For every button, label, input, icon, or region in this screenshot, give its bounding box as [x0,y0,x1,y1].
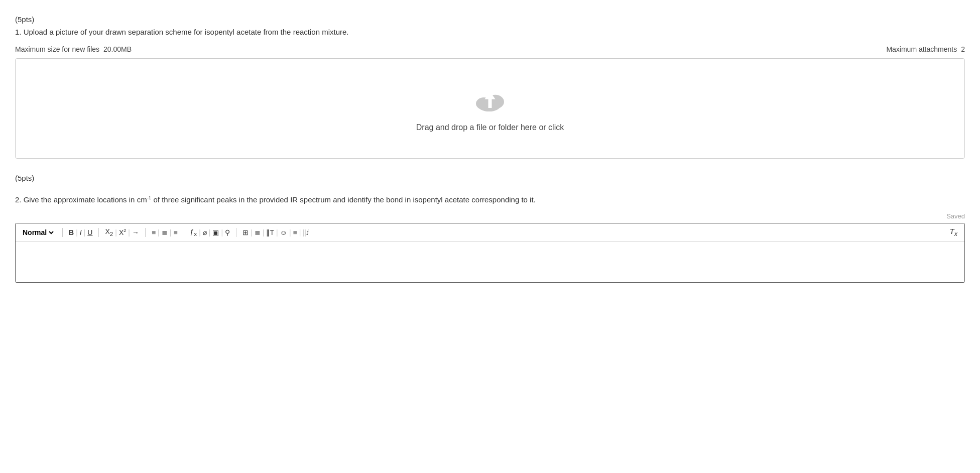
table-group: ⊞ | ≣ | ‖T | ☺ | ≡ | ‖ⅈ [240,228,311,237]
indent-button[interactable]: ≣ [253,228,263,237]
list-group: ≡ | ≣ | ≡ [150,228,180,237]
style-select[interactable]: Normal [21,228,55,237]
align-button[interactable]: ≡ [171,228,179,237]
max-attach-value: 2 [961,45,965,53]
subscript-button[interactable]: X2 [103,227,115,238]
question2-text: 2. Give the approximate locations in cm-… [15,194,965,206]
question2-points: (5pts) [15,174,965,182]
strikethrough-button[interactable]: ≡ [291,228,299,237]
more-button[interactable]: ‖ⅈ [301,228,311,237]
question1-text: 1. Upload a picture of your drawn separa… [15,27,965,38]
columns-button[interactable]: ‖T [264,228,276,237]
file-dropzone[interactable]: Drag and drop a file or folder here or c… [15,58,965,159]
superscript-button[interactable]: X2 [117,227,128,237]
cloud-upload-icon [472,85,508,114]
editor-body[interactable] [16,242,964,282]
ordered-list-button[interactable]: ≡ [150,228,158,237]
divider-1 [62,228,63,237]
text-format-group: B | I | U [67,228,94,237]
question2-superscript: -1 [147,195,152,200]
dropzone-text: Drag and drop a file or folder here or c… [416,123,564,132]
italic-button[interactable]: I [78,228,84,237]
divider-3 [145,228,146,237]
insert-group: ƒx | ⌀ | ▣ | ⚲ [188,227,232,238]
arrow-button[interactable]: → [130,228,141,237]
max-attach-label: Maximum attachments [886,45,957,53]
attach-button[interactable]: ⚲ [223,228,232,237]
saved-label: Saved [15,212,965,220]
question2-text-part1: 2. Give the approximate locations in cm [15,195,147,204]
script-group: X2 | X2 | → [103,227,141,238]
question1-points: (5pts) [15,15,965,24]
editor-toolbar: Normal B | I | U X2 | X2 | → ≡ | [16,223,964,242]
question2-text-part2: of three significant peaks in the provid… [151,195,535,204]
max-size-label: Maximum size for new files [15,45,99,53]
question1-section: (5pts) 1. Upload a picture of your drawn… [15,15,965,159]
bold-button[interactable]: B [67,228,76,237]
file-meta-right: Maximum attachments 2 [886,45,965,53]
file-meta: Maximum size for new files 20.00MB Maxim… [15,45,965,53]
unordered-list-button[interactable]: ≣ [160,228,170,237]
special-button[interactable]: ☺ [278,228,289,237]
file-meta-left: Maximum size for new files 20.00MB [15,45,132,53]
question2-section: (5pts) 2. Give the approximate locations… [15,174,965,283]
style-selector[interactable]: Normal [21,228,55,237]
underline-button[interactable]: U [85,228,94,237]
max-size-value: 20.00MB [103,45,132,53]
table-button[interactable]: ⊞ [240,228,251,237]
formula-button[interactable]: ƒx [188,227,199,238]
divider-2 [98,228,99,237]
rich-text-editor[interactable]: Normal B | I | U X2 | X2 | → ≡ | [15,223,965,283]
divider-5 [236,228,236,237]
clear-format-button[interactable]: Tx [948,226,959,239]
divider-4 [184,228,184,237]
link-button[interactable]: ⌀ [201,228,209,237]
image-button[interactable]: ▣ [210,228,221,237]
